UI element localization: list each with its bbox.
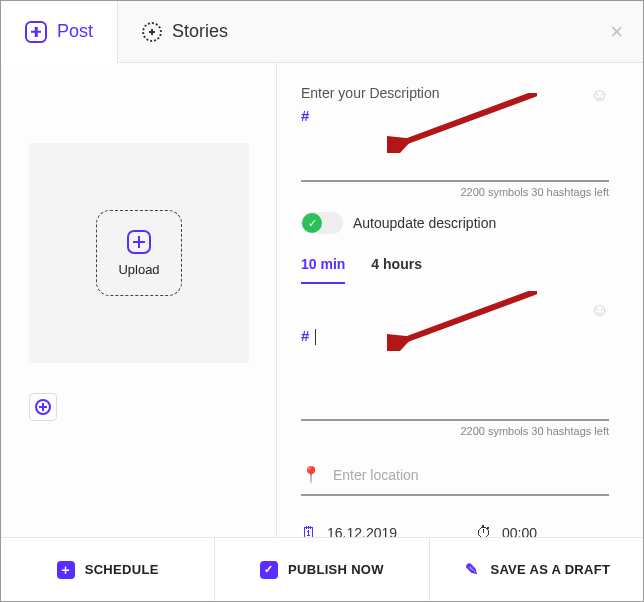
subtab-10min[interactable]: 10 min xyxy=(301,256,345,284)
close-icon[interactable]: × xyxy=(610,19,623,45)
calendar-icon: 🗓 xyxy=(301,524,317,538)
upload-plus-icon xyxy=(127,230,151,254)
publish-now-label: PUBLISH NOW xyxy=(288,562,384,577)
add-more-button[interactable] xyxy=(29,393,57,421)
stories-icon xyxy=(142,22,162,42)
upload-target[interactable]: Upload xyxy=(96,210,182,296)
autoupdate-label: Autoupdate description xyxy=(353,215,496,231)
upload-dropzone[interactable]: Upload xyxy=(29,143,249,363)
plus-box-icon xyxy=(25,21,47,43)
upload-label: Upload xyxy=(118,262,159,277)
save-draft-label: SAVE AS A DRAFT xyxy=(490,562,610,577)
tab-stories-label: Stories xyxy=(172,21,228,42)
autoupdate-description-input[interactable]: # xyxy=(301,327,609,421)
plus-square-icon: ＋ xyxy=(57,561,75,579)
location-input[interactable]: 📍 Enter location xyxy=(301,465,609,496)
clock-icon: ⏱ xyxy=(476,524,492,538)
location-pin-icon: 📍 xyxy=(301,465,321,484)
save-draft-button[interactable]: ✎ SAVE AS A DRAFT xyxy=(430,538,643,601)
edit-square-icon: ✎ xyxy=(462,561,480,579)
autoupdate-counter: 2200 symbols 30 hashtags left xyxy=(301,425,609,437)
form-panel: Enter your Description ☺ # 2200 symbols … xyxy=(277,63,643,538)
hash-prefix-2: # xyxy=(301,327,309,344)
tab-bar: Post Stories × xyxy=(1,1,643,63)
check-square-icon: ✓ xyxy=(260,561,278,579)
check-icon xyxy=(302,213,322,233)
schedule-label: SCHEDULE xyxy=(85,562,159,577)
schedule-button[interactable]: ＋ SCHEDULE xyxy=(1,538,215,601)
description-counter: 2200 symbols 30 hashtags left xyxy=(301,186,609,198)
hash-prefix: # xyxy=(301,107,309,124)
upload-panel: Upload xyxy=(1,63,277,538)
emoji-picker-icon[interactable]: ☺ xyxy=(591,85,609,106)
time-input[interactable]: ⏱ 00:00 xyxy=(476,524,609,538)
subtab-4hours[interactable]: 4 hours xyxy=(371,256,422,284)
tab-stories[interactable]: Stories xyxy=(118,1,252,63)
tab-post-label: Post xyxy=(57,21,93,42)
emoji-picker-icon-2[interactable]: ☺ xyxy=(591,300,609,321)
date-input[interactable]: 🗓 16.12.2019 xyxy=(301,524,434,538)
tab-post[interactable]: Post xyxy=(1,1,118,63)
autoupdate-toggle[interactable] xyxy=(301,212,343,234)
description-input[interactable]: # xyxy=(301,107,609,182)
add-more-plus-icon xyxy=(35,399,51,415)
description-label: Enter your Description xyxy=(301,85,440,101)
location-placeholder: Enter location xyxy=(333,467,419,483)
publish-now-button[interactable]: ✓ PUBLISH NOW xyxy=(215,538,429,601)
